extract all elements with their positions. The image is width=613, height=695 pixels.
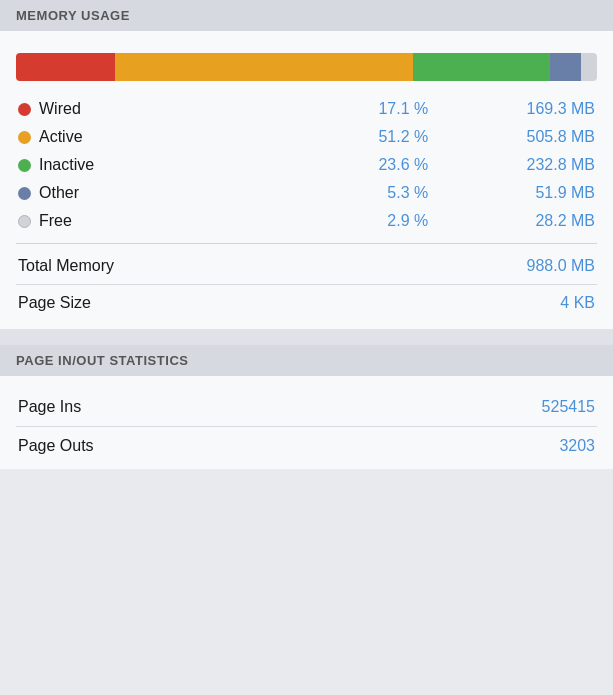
memory-section-header: MEMORY USAGE bbox=[0, 0, 613, 31]
summary-value: 4 KB bbox=[353, 285, 597, 322]
memory-row: Free2.9 %28.2 MB bbox=[16, 207, 597, 235]
other-percent: 5.3 % bbox=[307, 179, 431, 207]
section-gap bbox=[0, 329, 613, 345]
page-stat-row: Page Outs3203 bbox=[16, 427, 597, 466]
active-label: Active bbox=[39, 128, 83, 146]
summary-label: Page Size bbox=[16, 285, 353, 322]
summary-label: Total Memory bbox=[16, 248, 353, 285]
inactive-label: Inactive bbox=[39, 156, 94, 174]
summary-value: 988.0 MB bbox=[353, 248, 597, 285]
divider-1 bbox=[16, 243, 597, 244]
memory-rows-table: Wired17.1 %169.3 MBActive51.2 %505.8 MBI… bbox=[16, 95, 597, 235]
memory-row: Inactive23.6 %232.8 MB bbox=[16, 151, 597, 179]
summary-row: Total Memory988.0 MB bbox=[16, 248, 597, 285]
stat-value: 525415 bbox=[354, 388, 597, 427]
stat-label: Page Ins bbox=[16, 388, 354, 427]
inactive-size: 232.8 MB bbox=[430, 151, 597, 179]
inactive-percent: 23.6 % bbox=[307, 151, 431, 179]
other-label: Other bbox=[39, 184, 79, 202]
memory-bar bbox=[16, 53, 597, 81]
stat-value: 3203 bbox=[354, 427, 597, 466]
page-stats-body: Page Ins525415Page Outs3203 bbox=[0, 376, 613, 469]
wired-dot bbox=[18, 103, 31, 116]
stat-label: Page Outs bbox=[16, 427, 354, 466]
free-size: 28.2 MB bbox=[430, 207, 597, 235]
wired-percent: 17.1 % bbox=[307, 95, 431, 123]
wired-size: 169.3 MB bbox=[430, 95, 597, 123]
memory-panel: MEMORY USAGE Wired17.1 %169.3 MBActive51… bbox=[0, 0, 613, 469]
active-dot bbox=[18, 131, 31, 144]
summary-row: Page Size4 KB bbox=[16, 285, 597, 322]
memory-row: Active51.2 %505.8 MB bbox=[16, 123, 597, 151]
bar-segment-active bbox=[115, 53, 412, 81]
page-stat-row: Page Ins525415 bbox=[16, 388, 597, 427]
other-dot bbox=[18, 187, 31, 200]
summary-table: Total Memory988.0 MBPage Size4 KB bbox=[16, 248, 597, 321]
bar-segment-wired bbox=[16, 53, 115, 81]
memory-row: Other5.3 %51.9 MB bbox=[16, 179, 597, 207]
bar-segment-inactive bbox=[413, 53, 550, 81]
free-dot bbox=[18, 215, 31, 228]
active-percent: 51.2 % bbox=[307, 123, 431, 151]
active-size: 505.8 MB bbox=[430, 123, 597, 151]
page-stats-section-header: PAGE IN/OUT STATISTICS bbox=[0, 345, 613, 376]
free-label: Free bbox=[39, 212, 72, 230]
inactive-dot bbox=[18, 159, 31, 172]
free-percent: 2.9 % bbox=[307, 207, 431, 235]
other-size: 51.9 MB bbox=[430, 179, 597, 207]
page-stat-table: Page Ins525415Page Outs3203 bbox=[16, 388, 597, 465]
memory-row: Wired17.1 %169.3 MB bbox=[16, 95, 597, 123]
bar-segment-other bbox=[550, 53, 581, 81]
bar-segment-free bbox=[581, 53, 597, 81]
wired-label: Wired bbox=[39, 100, 81, 118]
memory-section-body: Wired17.1 %169.3 MBActive51.2 %505.8 MBI… bbox=[0, 31, 613, 329]
